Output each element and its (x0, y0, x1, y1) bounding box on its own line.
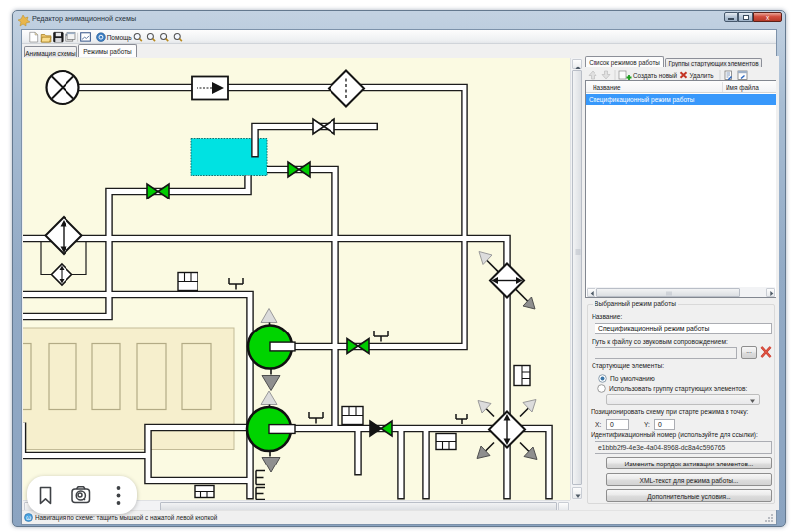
svg-text:Помощь: Помощь (107, 34, 133, 42)
svg-text:Удалить: Удалить (690, 72, 715, 80)
svg-text:Создать новый: Создать новый (633, 72, 678, 80)
svg-text:ω: ω (26, 514, 31, 521)
